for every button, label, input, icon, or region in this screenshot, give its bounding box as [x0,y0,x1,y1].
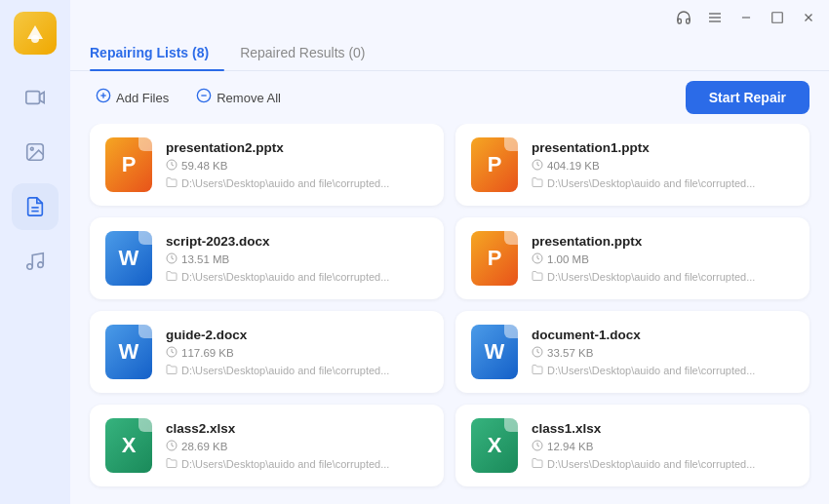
file-path-row: D:\Users\Desktop\auido and file\corrupte… [166,176,428,190]
file-name: presentation1.pptx [532,140,794,155]
file-type-icon: X [471,418,518,473]
file-name: presentation2.pptx [166,140,428,155]
tabs-row: Repairing Lists (8) Repaired Results (0) [70,35,829,71]
file-path-row: D:\Users\Desktop\auido and file\corrupte… [532,457,794,471]
file-size-row: 28.69 KB [166,440,428,454]
size-icon [166,346,178,361]
file-type-icon: P [471,231,518,286]
file-type-icon: W [105,231,152,286]
sidebar [0,0,70,504]
folder-icon [166,457,178,471]
file-card-presentation2[interactable]: P presentation2.pptx 59.48 KB [90,124,444,206]
file-info: script-2023.docx 13.51 MB D:\Users\Deskt… [166,234,428,284]
file-name: class2.xlsx [166,421,428,436]
file-info: class2.xlsx 28.69 KB D:\Users\Desktop\au… [166,421,428,471]
size-icon [166,440,178,454]
file-path-row: D:\Users\Desktop\auido and file\corrupte… [166,364,428,377]
svg-point-1 [31,35,39,43]
file-path-row: D:\Users\Desktop\auido and file\corrupte… [166,270,428,284]
svg-rect-13 [772,13,783,23]
remove-all-button[interactable]: Remove All [190,84,287,111]
file-path-text: D:\Users\Desktop\auido and file\corrupte… [547,365,755,376]
file-path-text: D:\Users\Desktop\auido and file\corrupte… [181,177,389,189]
file-size-row: 404.19 KB [532,159,794,174]
file-card-class1[interactable]: X class1.xlsx 12.94 KB [455,405,809,486]
file-path-row: D:\Users\Desktop\auido and file\corrupte… [532,270,794,284]
folder-icon [166,270,178,284]
sidebar-item-photo[interactable] [12,129,59,175]
folder-icon [532,457,543,471]
add-files-icon [96,88,111,107]
size-icon [532,440,543,454]
size-icon [532,346,543,361]
folder-icon [532,364,543,377]
folder-icon [166,176,178,190]
titlebar [70,0,829,35]
folder-icon [166,364,178,377]
close-button[interactable] [800,9,817,26]
file-card-document-1[interactable]: W document-1.docx 33.57 KB [455,311,809,393]
file-grid: P presentation2.pptx 59.48 KB [70,124,829,504]
file-info: presentation2.pptx 59.48 KB D:\Users\Des… [166,140,428,190]
file-type-icon: X [105,418,152,473]
file-name: document-1.docx [532,328,794,342]
file-size-row: 117.69 KB [166,346,428,361]
file-card-class2[interactable]: X class2.xlsx 28.69 KB [90,405,444,486]
file-info: class1.xlsx 12.94 KB D:\Users\Desktop\au… [532,421,794,471]
main-content: Repairing Lists (8) Repaired Results (0)… [70,0,829,504]
file-size-row: 59.48 KB [166,159,428,174]
file-card-guide-2[interactable]: W guide-2.docx 117.69 KB [90,311,444,393]
file-info: document-1.docx 33.57 KB D:\Users\Deskto… [532,328,794,377]
svg-rect-2 [26,92,40,104]
file-path-row: D:\Users\Desktop\auido and file\corrupte… [166,457,428,471]
file-size-row: 13.51 MB [166,252,428,267]
maximize-button[interactable] [769,9,786,26]
file-info: presentation.pptx 1.00 MB D:\Users\Deskt… [532,234,794,284]
start-repair-button[interactable]: Start Repair [686,81,809,114]
sidebar-item-document[interactable] [12,183,59,230]
file-size: 13.51 MB [181,253,229,265]
file-path-text: D:\Users\Desktop\auido and file\corrupte… [547,177,755,189]
menu-icon[interactable] [706,9,724,26]
tab-repairing-lists[interactable]: Repairing Lists (8) [90,35,224,70]
file-path-row: D:\Users\Desktop\auido and file\corrupte… [532,364,794,377]
remove-all-icon [196,88,212,107]
svg-point-4 [30,147,33,150]
file-card-presentation[interactable]: P presentation.pptx 1.00 MB [455,217,809,299]
sidebar-item-video[interactable] [12,74,59,121]
file-size: 28.69 KB [181,441,227,452]
svg-point-7 [27,264,33,270]
file-name: class1.xlsx [532,421,794,436]
file-type-icon: P [471,137,518,192]
file-size: 117.69 KB [181,347,234,359]
file-size: 59.48 KB [181,160,227,172]
file-name: guide-2.docx [166,328,428,342]
svg-point-8 [38,262,44,268]
tab-repaired-results[interactable]: Repaired Results (0) [224,35,380,70]
file-card-presentation1[interactable]: P presentation1.pptx 404.19 KB [455,124,809,206]
file-path-text: D:\Users\Desktop\auido and file\corrupte… [181,458,389,470]
file-info: presentation1.pptx 404.19 KB D:\Users\De… [532,140,794,190]
file-name: presentation.pptx [532,234,794,249]
file-type-icon: P [105,137,152,192]
size-icon [532,159,543,174]
file-size-row: 33.57 KB [532,346,794,361]
size-icon [166,252,178,267]
headphones-icon[interactable] [675,9,692,26]
file-path-text: D:\Users\Desktop\auido and file\corrupte… [181,271,389,283]
toolbar: Add Files Remove All Start Repair [70,71,829,124]
folder-icon [532,176,543,190]
file-path-text: D:\Users\Desktop\auido and file\corrupte… [181,365,389,376]
file-name: script-2023.docx [166,234,428,249]
minimize-button[interactable] [737,9,755,26]
add-files-button[interactable]: Add Files [90,84,175,111]
file-info: guide-2.docx 117.69 KB D:\Users\Desktop\… [166,328,428,377]
size-icon [166,159,178,174]
file-path-text: D:\Users\Desktop\auido and file\corrupte… [547,271,755,283]
file-card-script-2023[interactable]: W script-2023.docx 13.51 MB [90,217,444,299]
file-size: 33.57 KB [547,347,593,359]
folder-icon [532,270,543,284]
file-size: 404.19 KB [547,160,600,172]
sidebar-item-music[interactable] [12,238,59,285]
app-logo [14,12,57,55]
